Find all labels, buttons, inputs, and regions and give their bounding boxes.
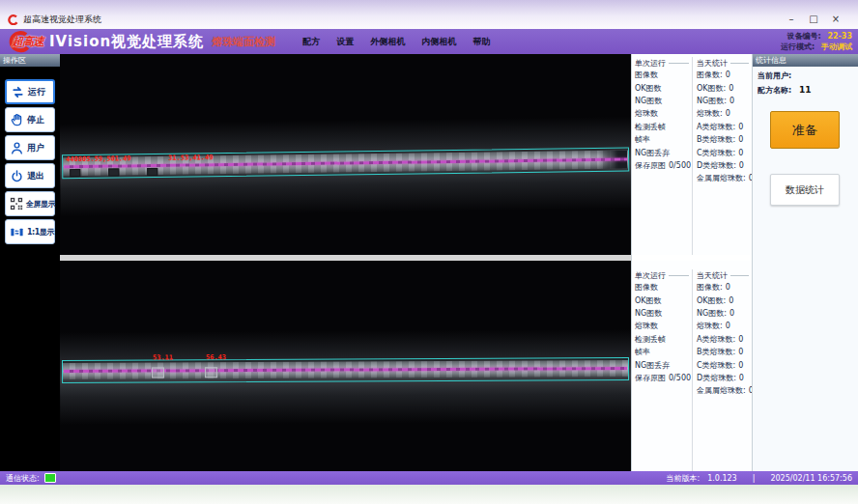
daily-title: 当天统计 xyxy=(697,269,752,281)
stat-label: 检测丢帧 xyxy=(635,334,666,345)
menu-item-outer-camera[interactable]: 外侧相机 xyxy=(370,36,405,48)
device-number-row: 设备编号: 22-33 xyxy=(781,31,852,42)
stat-label: NG图数: xyxy=(697,308,727,319)
datetime-value: 2025/02/11 16:57:56 xyxy=(770,474,852,483)
stat-row: 保存原图 0/500 xyxy=(635,372,692,384)
stat-label: 金属屑熔珠数: xyxy=(697,385,746,396)
stat-row: NG图数 xyxy=(635,95,692,107)
single-run-title: 单次运行 xyxy=(635,57,692,69)
menu-bar: 配方 设置 外侧相机 内侧相机 帮助 xyxy=(302,36,490,48)
daily-title: 当天统计 xyxy=(697,57,752,69)
brand-logo-text: 超高速 xyxy=(12,34,43,50)
stat-label: 熔珠数: xyxy=(697,321,723,331)
stop-hand-icon xyxy=(10,113,24,127)
stat-row: 帧率 xyxy=(635,133,692,146)
minimize-button[interactable]: – xyxy=(785,13,798,26)
stat-value: 0/500 xyxy=(669,161,691,170)
stat-row: NG图丢弃 xyxy=(635,146,692,158)
daily-column: 当天统计 图像数: 0 OK图数: 0 xyxy=(692,57,752,255)
stat-label: 图像数 xyxy=(635,282,658,293)
bead-roi-box xyxy=(152,368,164,378)
status-bar: 通信状态: 当前版本: 1.0.123 | 2025/02/11 16:57:5… xyxy=(0,471,858,485)
menu-item-inner-camera[interactable]: 内侧相机 xyxy=(421,36,456,48)
bead-roi-box xyxy=(205,367,217,378)
stat-value: 0 xyxy=(739,161,744,170)
stat-row: 金属屑熔珠数: 0 xyxy=(697,172,752,184)
fullscreen-button[interactable]: 全屏显示 xyxy=(5,191,55,216)
status-separator: | xyxy=(753,474,756,483)
exit-button[interactable]: 退出 xyxy=(5,163,55,188)
main-content: 操作区 运行 停止 xyxy=(0,54,858,471)
stat-row: OK图数 xyxy=(635,294,692,306)
info-panel: 统计信息 当前用户: 配方名称: 11 准备 数据统计 xyxy=(752,54,858,471)
status-bar-right: 当前版本: 1.0.123 | 2025/02/11 16:57:56 xyxy=(666,473,852,484)
stop-button[interactable]: 停止 xyxy=(5,107,55,132)
stat-row: OK图数 xyxy=(635,81,692,94)
power-icon xyxy=(10,169,24,183)
run-mode-row: 运行模式: 手动调试 xyxy=(781,42,852,52)
run-arrows-icon xyxy=(11,85,25,99)
roi-tick xyxy=(108,168,119,176)
comm-status-indicator xyxy=(44,473,56,483)
stat-value: 0 xyxy=(738,123,743,131)
stat-label: 图像数: xyxy=(697,282,723,293)
prepare-button[interactable]: 准备 xyxy=(770,111,840,149)
camera-area: 440805.59,501.49 31.53,41.49 53.11 56.43 xyxy=(60,54,631,471)
stat-label: NG图数 xyxy=(635,96,662,106)
run-button[interactable]: 运行 xyxy=(5,79,55,104)
brand-logo: 超高速 xyxy=(6,30,43,53)
stat-label: 检测丢帧 xyxy=(635,122,666,132)
fullscreen-grid-icon xyxy=(10,197,23,210)
version-label: 当前版本: xyxy=(666,473,700,484)
stats-area: 单次运行 图像数 OK图数 xyxy=(631,54,752,471)
sidebar: 操作区 运行 停止 xyxy=(0,54,60,471)
device-number-label: 设备编号: xyxy=(786,32,820,41)
measurement-annotation: 56.43 xyxy=(206,353,226,361)
stat-label: 保存原图 xyxy=(635,373,666,383)
menu-item-settings[interactable]: 设置 xyxy=(336,36,354,48)
stat-label: 熔珠数 xyxy=(635,108,658,119)
device-info: 设备编号: 22-33 运行模式: 手动调试 xyxy=(781,31,852,52)
stat-row: 检测丢帧 xyxy=(635,121,692,133)
camera-view-inner[interactable]: 53.11 56.43 xyxy=(60,261,631,471)
stat-row: 熔珠数 xyxy=(635,107,692,120)
stat-value: 0 xyxy=(726,283,730,292)
run-mode-label: 运行模式: xyxy=(781,42,815,51)
stat-label: C类熔珠数: xyxy=(697,148,735,158)
app-window: 超高速视觉处理系统 – □ × 超高速 IVision视觉处理系统 熔珠端面检测… xyxy=(0,0,858,504)
user-button[interactable]: 用户 xyxy=(5,135,55,160)
stat-label: A类熔珠数: xyxy=(697,334,735,345)
maximize-button[interactable]: □ xyxy=(807,13,820,26)
measurement-annotation: 53.11 xyxy=(153,353,173,361)
app-title: IVision视觉处理系统 xyxy=(49,33,204,51)
camera-outer-overlay: 440805.59,501.49 31.53,41.49 xyxy=(60,54,631,255)
stat-value: 0 xyxy=(738,135,743,144)
stat-row: 帧率 xyxy=(635,346,692,358)
stat-row: NG图数 xyxy=(635,307,692,320)
stat-label: NG图数: xyxy=(697,96,727,106)
stat-value: 0 xyxy=(739,374,744,382)
comm-status-label: 通信状态: xyxy=(6,473,40,484)
close-button[interactable]: × xyxy=(829,13,843,26)
stat-row: OK图数: 0 xyxy=(697,81,752,94)
stat-label: 图像数 xyxy=(635,70,658,80)
stat-label: NG图丢弃 xyxy=(635,148,670,158)
measurement-annotation: 31.53,41.49 xyxy=(168,154,213,162)
stat-row: C类熔珠数: 0 xyxy=(697,146,752,158)
one-to-one-button[interactable]: 1:1显示 xyxy=(5,219,55,244)
stat-value: 0 xyxy=(729,309,734,318)
stat-row: 图像数 xyxy=(635,69,692,81)
measurement-annotation: 440805.59,501.49 xyxy=(66,154,131,163)
menu-item-recipe[interactable]: 配方 xyxy=(302,36,320,48)
camera-view-outer[interactable]: 440805.59,501.49 31.53,41.49 xyxy=(60,54,631,255)
stat-label: 帧率 xyxy=(635,347,650,357)
recipe-name-row: 配方名称: 11 xyxy=(753,85,858,96)
stat-row: D类熔珠数: 0 xyxy=(697,159,752,172)
stat-label: NG图丢弃 xyxy=(635,360,670,371)
roi-tick xyxy=(70,169,80,177)
detection-rect xyxy=(62,357,629,383)
stat-row: NG图丢弃 xyxy=(635,358,692,371)
single-run-column: 单次运行 图像数 OK图数 xyxy=(632,269,692,471)
menu-item-help[interactable]: 帮助 xyxy=(472,36,490,48)
data-stats-button[interactable]: 数据统计 xyxy=(770,174,840,206)
